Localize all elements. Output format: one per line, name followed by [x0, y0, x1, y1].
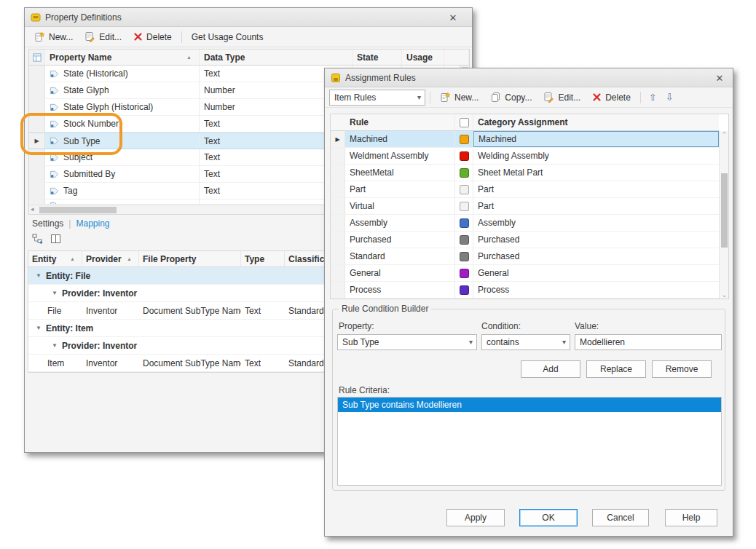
category-assignment-cell: Purchased	[473, 248, 719, 264]
rule-row[interactable]: ▶ Standard Purchased	[331, 248, 719, 265]
remove-button[interactable]: Remove	[652, 360, 712, 378]
help-button[interactable]: Help	[665, 509, 717, 526]
rule-set-combobox[interactable]: Item Rules ▾	[329, 90, 425, 106]
vscroll-thumb[interactable]	[721, 173, 728, 248]
delete-button[interactable]: Delete	[128, 30, 177, 44]
column-header-filler	[444, 50, 469, 65]
category-assignment-cell: Machined	[473, 131, 719, 147]
property-name: Stock Number	[63, 119, 119, 129]
close-icon[interactable]: ✕	[446, 10, 460, 25]
scroll-left-icon[interactable]: ◂	[31, 205, 34, 213]
rule-row[interactable]: ▶ Process Process	[331, 282, 719, 299]
collapse-icon[interactable]: ▼	[52, 342, 58, 349]
property-name-cell: State Glyph (Historical)	[45, 99, 200, 115]
scroll-down-icon[interactable]: ⌄	[720, 291, 729, 299]
category-color-swatch	[460, 218, 469, 228]
mapping-toolbar	[32, 234, 61, 244]
file-property-cell: Document SubType Name	[139, 302, 241, 319]
category-assignment-cell: Part	[473, 198, 719, 214]
rule-row[interactable]: ▶ Assembly Assembly	[331, 215, 719, 232]
category-assignment-cell: General	[473, 265, 719, 281]
category-assignment-cell: Assembly	[473, 215, 719, 231]
edit-button[interactable]: Edit...	[79, 29, 127, 44]
rule-row[interactable]: ▶ Virtual Part	[331, 198, 719, 215]
row-selector-cell: ▶	[29, 116, 45, 132]
category-color-cell	[454, 148, 473, 164]
copy-button[interactable]: Copy...	[485, 90, 537, 105]
rule-row[interactable]: ▶ Part Part	[331, 181, 719, 198]
rule-row[interactable]: ▶ Weldment Assembly Welding Assembly	[331, 148, 719, 165]
new-button[interactable]: New...	[435, 90, 484, 105]
column-header-usage[interactable]: Usage	[402, 50, 444, 65]
column-header-data-type[interactable]: Data Type	[200, 50, 353, 65]
rule-name-cell: Part	[345, 181, 454, 197]
collapse-icon[interactable]: ▼	[52, 290, 58, 296]
hscroll-thumb[interactable]	[39, 207, 117, 213]
row-selector-cell: ▶	[331, 148, 345, 164]
close-icon[interactable]: ✕	[712, 71, 727, 85]
hierarchy-view-icon[interactable]	[32, 234, 43, 244]
property-name-cell	[45, 200, 200, 205]
delete-button[interactable]: Delete	[587, 90, 636, 105]
category-color-cell	[454, 131, 473, 147]
get-usage-counts-button[interactable]: Get Usage Counts	[186, 30, 269, 44]
provider-cell: Inventor	[82, 302, 139, 319]
property-combobox[interactable]: Sub Type ▾	[337, 334, 477, 350]
row-selector-cell: ▶	[331, 282, 345, 298]
vertical-scrollbar[interactable]: ⌃ ⌄	[719, 131, 728, 299]
header-marker-cell	[331, 114, 345, 130]
column-header-provider[interactable]: Provider ▲	[82, 251, 139, 266]
rule-row[interactable]: ▶ Machined Machined	[331, 131, 719, 148]
value-input[interactable]	[575, 334, 722, 350]
move-up-icon[interactable]: ⇧	[645, 92, 661, 103]
category-color-swatch	[460, 185, 469, 194]
rule-row[interactable]: ▶ General General	[331, 265, 719, 282]
column-header-state[interactable]: State	[353, 50, 402, 65]
rule-row[interactable]: ▶ Purchased Purchased	[331, 232, 719, 248]
tab-mapping[interactable]: Mapping	[76, 218, 109, 229]
column-header-entity[interactable]: Entity ▲	[28, 251, 82, 266]
property-name-cell: State Glyph	[45, 82, 200, 98]
property-definitions-app-icon	[31, 12, 41, 23]
rule-row[interactable]: ▶ SheetMetal Sheet Metal Part	[331, 165, 719, 181]
new-button-label: New...	[454, 92, 479, 103]
cancel-button[interactable]: Cancel	[592, 509, 649, 526]
collapse-icon[interactable]: ▼	[36, 272, 42, 279]
tab-settings[interactable]: Settings	[32, 218, 63, 229]
row-selector-cell: ▶	[29, 183, 45, 199]
rule-criteria-list: Sub Type contains Modellieren	[337, 397, 722, 486]
row-selector-cell: ▶	[331, 181, 345, 197]
edit-button[interactable]: Edit...	[538, 90, 586, 105]
new-button[interactable]: New...	[29, 29, 78, 44]
add-button[interactable]: Add	[521, 360, 580, 378]
category-assignment-cell: Welding Assembly	[473, 148, 719, 164]
column-header-file-property[interactable]: File Property	[139, 251, 241, 266]
property-name-cell: Subject	[45, 149, 200, 165]
property-name-cell: Submitted By	[45, 166, 200, 182]
sort-ascending-icon: ▲	[70, 256, 78, 261]
collapse-icon[interactable]: ▼	[36, 325, 42, 331]
column-header-property-name[interactable]: Property Name ▲	[45, 50, 200, 65]
column-header-category-assignment[interactable]: Category Assignment	[473, 114, 719, 130]
columns-view-icon[interactable]	[50, 234, 61, 244]
property-value: Sub Type	[342, 337, 379, 347]
category-color-swatch	[460, 151, 469, 161]
scroll-up-icon[interactable]: ⌃	[720, 131, 729, 138]
ar-titlebar: Assignment Rules ✕	[325, 68, 733, 87]
column-header-type[interactable]: Type	[241, 251, 285, 266]
criteria-item[interactable]: Sub Type contains Modellieren	[338, 398, 721, 412]
select-all-checkbox[interactable]	[460, 118, 469, 127]
toolbar-separator	[640, 92, 641, 103]
column-header-rule[interactable]: Rule	[345, 114, 454, 130]
replace-button[interactable]: Replace	[586, 360, 646, 378]
apply-button[interactable]: Apply	[446, 509, 505, 526]
row-selector-cell: ▶	[29, 166, 45, 182]
category-color-swatch	[460, 285, 469, 295]
ok-button[interactable]: OK	[519, 509, 578, 526]
category-color-swatch	[460, 235, 469, 245]
condition-combobox[interactable]: contains ▾	[481, 334, 570, 350]
rules-grid: Rule Category Assignment ▶ Machined Mach…	[330, 114, 729, 299]
move-down-icon[interactable]: ⇩	[662, 92, 677, 103]
new-button-label: New...	[49, 32, 73, 42]
rule-name-cell: SheetMetal	[345, 165, 454, 181]
